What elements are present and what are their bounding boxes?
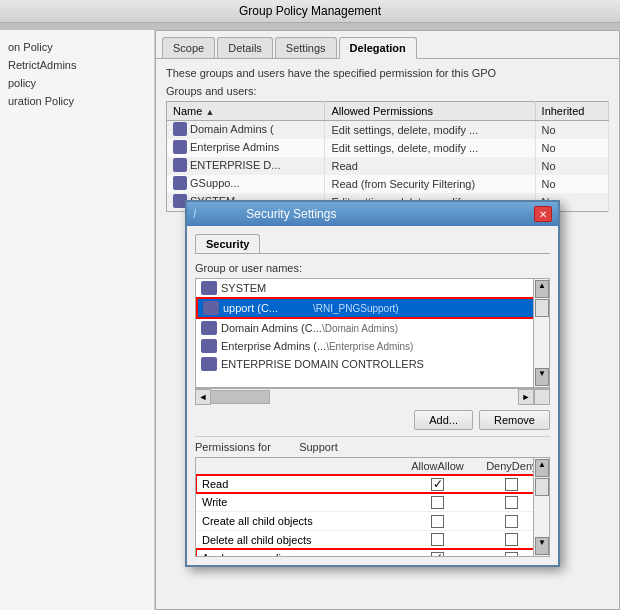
scrollbar-track[interactable]: ▲ ▼ — [533, 279, 549, 387]
add-button[interactable]: Add... — [414, 410, 473, 430]
corner-button[interactable] — [534, 389, 550, 405]
horizontal-scrollbar[interactable]: ◄ ► — [195, 388, 550, 404]
security-settings-modal: I Security Settings ✕ Security Group or … — [185, 200, 560, 567]
permission-row-delete: Delete all child objects — [196, 530, 549, 549]
permission-row-apply: Apply group policy — [196, 549, 549, 557]
allow-write-checkbox[interactable] — [431, 496, 444, 509]
modal-action-buttons: Add... Remove — [195, 410, 550, 430]
col-allow: AllowAllow — [400, 458, 474, 475]
allow-create-checkbox[interactable] — [431, 515, 444, 528]
allow-read-checkbox[interactable] — [431, 478, 444, 491]
user-group-icon — [201, 339, 217, 353]
permissions-table-container[interactable]: AllowAllow DenyDeny Read — [195, 457, 550, 557]
deny-write-checkbox[interactable] — [505, 496, 518, 509]
group-user-names-label: Group or user names: — [195, 262, 550, 274]
col-permission-name — [196, 458, 400, 475]
user-list-item-enterprise-admins[interactable]: Enterprise Admins (... \Enterprise Admin… — [196, 337, 549, 355]
modal-title-bar: I Security Settings ✕ — [187, 202, 558, 226]
perm-scrollbar-thumb[interactable] — [535, 478, 549, 496]
scroll-up-button[interactable]: ▲ — [535, 280, 549, 298]
user-group-icon — [201, 321, 217, 335]
modal-tab-strip: Security — [195, 234, 550, 254]
allow-apply-checkbox[interactable] — [431, 552, 444, 557]
user-group-icon — [201, 357, 217, 371]
modal-title: I Security Settings — [193, 207, 336, 221]
perm-scroll-up[interactable]: ▲ — [535, 459, 549, 477]
scroll-left-button[interactable]: ◄ — [195, 389, 211, 405]
deny-create-checkbox[interactable] — [505, 515, 518, 528]
horiz-scrollbar-thumb[interactable] — [210, 390, 270, 404]
remove-button[interactable]: Remove — [479, 410, 550, 430]
user-group-icon — [201, 281, 217, 295]
deny-apply-checkbox[interactable] — [505, 552, 518, 557]
user-list-item-support[interactable]: upport (C... \RNI_PNGSupport) — [196, 297, 549, 319]
scrollbar-thumb[interactable] — [535, 299, 549, 317]
permissions-scrollbar[interactable]: ▲ ▼ — [533, 458, 549, 556]
modal-content: Security Group or user names: SYSTEM upp… — [187, 226, 558, 565]
perm-scroll-down[interactable]: ▼ — [535, 537, 549, 555]
modal-overlay: I Security Settings ✕ Security Group or … — [0, 0, 620, 610]
tab-security[interactable]: Security — [195, 234, 260, 253]
modal-close-button[interactable]: ✕ — [534, 206, 552, 222]
permission-row-create: Create all child objects — [196, 512, 549, 531]
user-list-item-domain-admins[interactable]: Domain Admins (C... \Domain Admins) — [196, 319, 549, 337]
allow-delete-checkbox[interactable] — [431, 533, 444, 546]
deny-delete-checkbox[interactable] — [505, 533, 518, 546]
scroll-right-button[interactable]: ► — [518, 389, 534, 405]
permission-row-write: Write — [196, 493, 549, 512]
user-list-item-system[interactable]: SYSTEM — [196, 279, 549, 297]
permissions-label: Permissions for Support — [195, 436, 550, 453]
deny-read-checkbox[interactable] — [505, 478, 518, 491]
permissions-table: AllowAllow DenyDeny Read — [196, 458, 549, 557]
permission-row-read: Read — [196, 475, 549, 494]
user-group-icon — [203, 301, 219, 315]
user-list[interactable]: SYSTEM upport (C... \RNI_PNGSupport) Dom… — [195, 278, 550, 388]
scroll-down-button[interactable]: ▼ — [535, 368, 549, 386]
user-list-item-enterprise-dc[interactable]: ENTERPRISE DOMAIN CONTROLLERS — [196, 355, 549, 373]
